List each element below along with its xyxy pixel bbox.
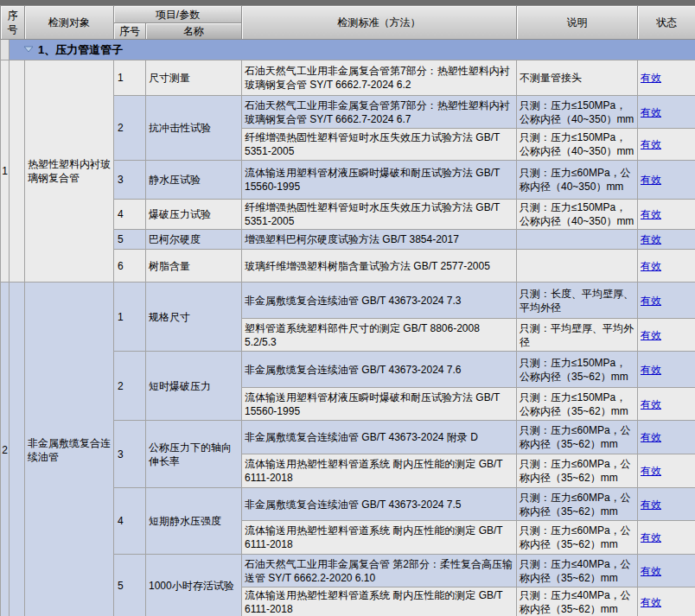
project-seq: 5 — [114, 555, 146, 616]
status-link[interactable]: 有效 — [641, 364, 661, 376]
status-cell: 有效 — [638, 421, 695, 454]
note-text — [517, 230, 638, 250]
column-header-note[interactable]: 说明 — [517, 6, 638, 40]
status-cell: 有效 — [638, 488, 695, 521]
standard-text: 玻璃纤维增强塑料树脂含量试验方法 GB/T 2577-2005 — [242, 250, 517, 283]
status-cell: 有效 — [638, 250, 695, 283]
status-cell: 有效 — [638, 352, 695, 388]
status-link[interactable]: 有效 — [641, 208, 661, 220]
object-seq: 1 — [1, 60, 10, 283]
note-text: 只测：长度、平均壁厚、平均外径 — [517, 283, 638, 319]
status-cell: 有效 — [638, 454, 695, 488]
column-header-status[interactable]: 状态 — [638, 6, 695, 40]
standard-text: 纤维增强热固性塑料管短时水压失效压力试验方法 GB/T 5351-2005 — [242, 200, 517, 230]
status-link[interactable]: 有效 — [641, 233, 661, 245]
note-text: 只测：平均壁厚、平均外径 — [517, 319, 638, 352]
column-header-seq[interactable]: 序号 — [1, 6, 25, 40]
status-cell: 有效 — [638, 161, 695, 200]
collapse-triangle-icon[interactable] — [23, 42, 34, 56]
status-link[interactable]: 有效 — [641, 499, 661, 511]
note-text: 不测量管接头 — [517, 60, 638, 96]
status-link[interactable]: 有效 — [641, 565, 661, 577]
note-text: 只测：压力≤40MPa，公称内径（35~62）mm — [517, 555, 638, 587]
standard-text: 石油天然气工业用非金属复合管第7部分：热塑性塑料内衬玻璃钢复合管 SY/T 66… — [242, 96, 517, 129]
project-seq: 1 — [114, 60, 146, 96]
standard-text: 非金属敷缆复合连续油管 GB/T 43673-2024 7.3 — [242, 283, 517, 319]
note-text: 只测：压力≤150MPa，公称内径（40~350）mm — [517, 129, 638, 161]
standard-text: 流体输送用热塑性塑料管道系统 耐内压性能的测定 GB/T 6111-2018 — [242, 454, 517, 488]
status-cell: 有效 — [638, 521, 695, 555]
status-link[interactable]: 有效 — [641, 106, 661, 118]
status-link[interactable]: 有效 — [641, 596, 661, 608]
standard-text: 流体输送用热塑性塑料管道系统 耐内压性能的测定 GB/T 6111-2018 — [242, 521, 517, 555]
project-name: 短期静水压强度 — [146, 488, 242, 555]
status-cell: 有效 — [638, 200, 695, 230]
status-link[interactable]: 有效 — [641, 398, 661, 410]
standard-row: 1 热塑性塑料内衬玻璃钢复合管 1 尺寸测量 石油天然气工业用非金属复合管第7部… — [1, 60, 695, 96]
project-name: 短时爆破压力 — [146, 352, 242, 421]
status-link[interactable]: 有效 — [641, 431, 661, 443]
status-link[interactable]: 有效 — [641, 138, 661, 150]
note-text: 只测：压力≤150MPa，公称内径（35~62）mm — [517, 352, 638, 388]
status-cell: 有效 — [638, 587, 695, 616]
project-seq: 1 — [114, 283, 146, 352]
status-link[interactable]: 有效 — [641, 329, 661, 341]
standard-text: 流体输送用热塑性塑料管道系统 耐内压性能的测定 GB/T 6111-2018 — [242, 587, 517, 616]
group-row-gutter — [1, 40, 10, 60]
note-text: 只测：压力≤150MPa，公称内径（40~350）mm — [517, 200, 638, 230]
note-text: 只测：压力≤60MPa，公称内径（40~350）mm — [517, 161, 638, 200]
status-cell: 有效 — [638, 319, 695, 352]
column-header-standard[interactable]: 检测标准（方法） — [242, 6, 517, 40]
status-cell: 有效 — [638, 555, 695, 587]
project-seq: 3 — [114, 161, 146, 200]
object-name: 热塑性塑料内衬玻璃钢复合管 — [25, 60, 114, 283]
column-header-project-group[interactable]: 项目/参数 — [114, 6, 242, 23]
status-cell: 有效 — [638, 283, 695, 319]
standard-text: 非金属敷缆复合连续油管 GB/T 43673-2024 7.5 — [242, 488, 517, 521]
note-text: 只测：压力≤40MPa，公称内径（35~62）mm — [517, 587, 638, 616]
status-link[interactable]: 有效 — [641, 72, 661, 84]
standard-text: 石油天然气工业用非金属复合管第7部分：热塑性塑料内衬玻璃钢复合管 SY/T 66… — [242, 60, 517, 96]
group-label: 1、压力管道管子 — [38, 43, 123, 56]
inspection-standards-table: 序号 检测对象 项目/参数 检测标准（方法） 说明 状态 序号 名称 1、压力管… — [0, 5, 695, 616]
note-text: 只测：压力≤150MPa，公称内径（35~62）mm — [517, 388, 638, 421]
group-header-cell[interactable]: 1、压力管道管子 — [10, 40, 695, 60]
project-seq: 4 — [114, 200, 146, 230]
column-header-object[interactable]: 检测对象 — [25, 6, 114, 40]
standard-text: 纤维增强热固性塑料管短时水压失效压力试验方法 GB/T 5351-2005 — [242, 129, 517, 161]
status-cell: 有效 — [638, 230, 695, 250]
project-name: 树脂含量 — [146, 250, 242, 283]
status-cell: 有效 — [638, 96, 695, 129]
note-text: 只测：压力≤60MPa，公称内径（35~62）mm — [517, 521, 638, 555]
standard-text: 增强塑料巴柯尔硬度试验方法 GB/T 3854-2017 — [242, 230, 517, 250]
project-name: 爆破压力试验 — [146, 200, 242, 230]
project-seq: 2 — [114, 96, 146, 161]
object-seq: 2 — [1, 283, 10, 616]
column-header-project-name[interactable]: 名称 — [146, 23, 242, 40]
project-name: 静水压试验 — [146, 161, 242, 200]
note-text: 只测：压力≤150MPa，公称内径（40~350）mm — [517, 96, 638, 129]
group-row: 1、压力管道管子 — [1, 40, 695, 60]
note-text: 只测：压力≤60MPa，公称内径（35~62）mm — [517, 454, 638, 488]
status-cell: 有效 — [638, 388, 695, 421]
note-text — [517, 250, 638, 283]
status-link[interactable]: 有效 — [641, 174, 661, 186]
status-link[interactable]: 有效 — [641, 260, 661, 272]
standard-text: 非金属敷缆复合连续油管 GB/T 43673-2024 7.6 — [242, 352, 517, 388]
status-link[interactable]: 有效 — [641, 465, 661, 477]
project-name: 1000小时存活试验 — [146, 555, 242, 616]
status-cell: 有效 — [638, 129, 695, 161]
project-seq: 3 — [114, 421, 146, 488]
standard-text: 非金属敷缆复合连续油管 GB/T 43673-2024 附录 D — [242, 421, 517, 454]
group-indent-cell — [10, 283, 25, 616]
note-text: 只测：压力≤60MPa，公称内径（35~62）mm — [517, 488, 638, 521]
grid-screen: 序号 检测对象 项目/参数 检测标准（方法） 说明 状态 序号 名称 1、压力管… — [0, 0, 695, 616]
project-name: 尺寸测量 — [146, 60, 242, 96]
note-text: 只测：压力≤60MPa，公称内径（35~62）mm — [517, 421, 638, 454]
project-seq: 4 — [114, 488, 146, 555]
status-link[interactable]: 有效 — [641, 295, 661, 307]
status-link[interactable]: 有效 — [641, 531, 661, 543]
column-header-project-seq[interactable]: 序号 — [114, 23, 146, 40]
standard-text: 塑料管道系统塑料部件尺寸的测定 GB/T 8806-2008 5.2/5.3 — [242, 319, 517, 352]
project-name: 巴柯尔硬度 — [146, 230, 242, 250]
